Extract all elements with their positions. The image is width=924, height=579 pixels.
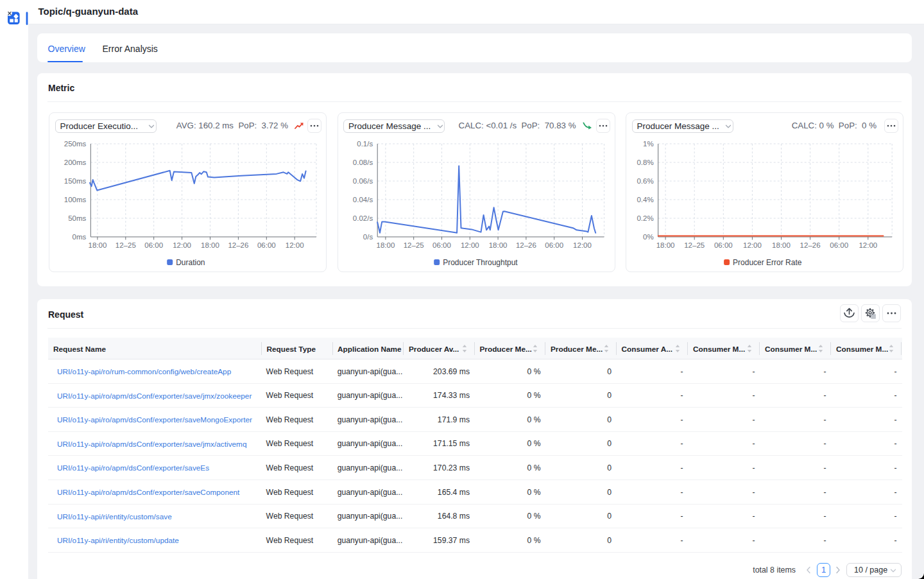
svg-text:12:00: 12:00: [573, 241, 592, 249]
svg-text:12–25: 12–25: [684, 241, 705, 249]
svg-text:0.8%: 0.8%: [637, 159, 653, 166]
svg-text:12:00: 12:00: [173, 241, 191, 249]
svg-text:0ms: 0ms: [73, 233, 87, 241]
svg-text:06:00: 06:00: [257, 241, 276, 249]
svg-text:06:00: 06:00: [432, 241, 451, 249]
svg-text:12–26: 12–26: [800, 241, 821, 249]
svg-text:1%: 1%: [643, 140, 654, 148]
svg-text:150ms: 150ms: [64, 177, 87, 185]
svg-text:18:00: 18:00: [201, 241, 219, 249]
svg-text:12:00: 12:00: [859, 241, 877, 249]
svg-text:200ms: 200ms: [64, 159, 87, 166]
svg-text:0/s: 0/s: [363, 233, 373, 241]
svg-text:50ms: 50ms: [68, 214, 86, 222]
svg-text:06:00: 06:00: [714, 241, 733, 249]
svg-text:Duration: Duration: [176, 258, 205, 267]
svg-text:0.1/s: 0.1/s: [357, 140, 373, 148]
svg-text:Producer Error Rate: Producer Error Rate: [733, 258, 802, 267]
svg-text:0.04/s: 0.04/s: [352, 196, 373, 203]
svg-text:0.08/s: 0.08/s: [352, 159, 373, 166]
svg-text:12:00: 12:00: [460, 241, 479, 249]
svg-text:18:00: 18:00: [89, 241, 107, 249]
svg-text:06:00: 06:00: [545, 241, 563, 249]
svg-text:12–25: 12–25: [116, 241, 136, 249]
svg-text:18:00: 18:00: [656, 241, 675, 249]
svg-text:250ms: 250ms: [64, 140, 87, 148]
svg-text:12–26: 12–26: [228, 241, 248, 249]
svg-text:12:00: 12:00: [286, 241, 304, 249]
svg-text:06:00: 06:00: [830, 241, 848, 249]
svg-text:0.4%: 0.4%: [637, 196, 653, 203]
svg-text:12–25: 12–25: [403, 241, 424, 249]
svg-text:18:00: 18:00: [488, 241, 507, 249]
svg-text:0%: 0%: [643, 233, 654, 241]
svg-text:18:00: 18:00: [772, 241, 791, 249]
svg-text:0.2%: 0.2%: [637, 214, 653, 222]
svg-text:Producer Throughtput: Producer Throughtput: [443, 258, 518, 267]
svg-text:12:00: 12:00: [743, 241, 762, 249]
svg-text:0.06/s: 0.06/s: [352, 177, 373, 185]
svg-text:12–26: 12–26: [515, 241, 536, 249]
svg-text:18:00: 18:00: [376, 241, 395, 249]
svg-text:0.02/s: 0.02/s: [352, 214, 373, 222]
svg-text:06:00: 06:00: [144, 241, 163, 249]
svg-text:100ms: 100ms: [64, 196, 87, 203]
svg-text:0.6%: 0.6%: [637, 177, 653, 185]
